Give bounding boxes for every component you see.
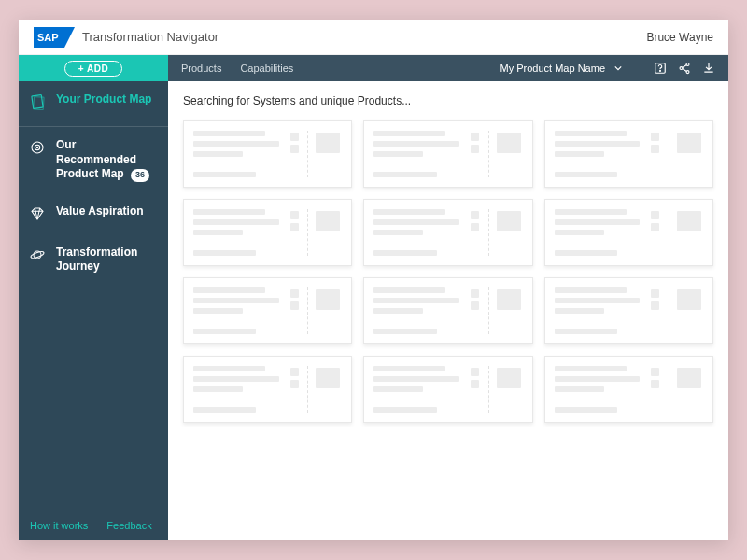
card-action-skeleton xyxy=(470,209,481,256)
sidebar-item-your-product-map[interactable]: Your Product Map xyxy=(19,81,168,127)
product-card[interactable] xyxy=(544,277,713,344)
add-button[interactable]: + ADD xyxy=(64,61,123,77)
card-action-skeleton xyxy=(470,131,481,177)
card-thumb-skeleton xyxy=(497,366,523,413)
share-icon[interactable] xyxy=(678,62,691,75)
download-icon[interactable] xyxy=(702,62,715,75)
product-card[interactable] xyxy=(544,356,713,423)
target-icon xyxy=(28,138,47,157)
card-text-skeleton xyxy=(193,366,283,413)
card-action-skeleton xyxy=(470,366,481,413)
card-thumb-skeleton xyxy=(497,287,523,334)
card-thumb-skeleton xyxy=(316,366,342,413)
card-thumb-skeleton xyxy=(316,209,342,256)
card-thumb-skeleton xyxy=(677,209,703,256)
map-name-select[interactable]: My Product Map Name xyxy=(500,63,622,74)
sidebar-item-label: Our Recommended Product Map 36 xyxy=(56,138,159,182)
help-icon[interactable] xyxy=(654,62,667,75)
card-text-skeleton xyxy=(374,131,463,177)
plus-icon: + xyxy=(78,63,84,74)
product-card[interactable] xyxy=(544,199,713,266)
svg-text:SAP: SAP xyxy=(37,32,59,43)
card-text-skeleton xyxy=(193,131,283,177)
card-thumb-skeleton xyxy=(497,209,523,256)
card-text-skeleton xyxy=(555,209,644,256)
card-action-skeleton xyxy=(289,287,300,334)
product-card[interactable] xyxy=(544,120,713,188)
product-card[interactable] xyxy=(363,277,532,344)
svg-point-10 xyxy=(660,70,661,71)
card-text-skeleton xyxy=(555,366,644,413)
sidebar: + ADD Your Product Map Our Recommende xyxy=(19,55,168,540)
sidebar-item-label: Transformation Journey xyxy=(56,245,159,274)
card-thumb-skeleton xyxy=(316,287,342,334)
card-grid xyxy=(183,120,713,423)
card-thumb-skeleton xyxy=(677,131,703,177)
product-card[interactable] xyxy=(363,356,532,423)
card-text-skeleton xyxy=(374,209,463,256)
feedback-link[interactable]: Feedback xyxy=(106,520,151,531)
diamond-icon xyxy=(28,204,47,223)
card-text-skeleton xyxy=(193,209,283,256)
card-action-skeleton xyxy=(650,131,661,177)
card-text-skeleton xyxy=(193,287,283,334)
sidebar-item-value-aspiration[interactable]: Value Aspiration xyxy=(19,193,168,234)
card-thumb-skeleton xyxy=(677,287,703,334)
card-action-skeleton xyxy=(289,209,300,256)
toolbar: Products Capabilities My Product Map Nam… xyxy=(168,55,728,81)
tab-capabilities[interactable]: Capabilities xyxy=(240,63,293,74)
app-window: SAP Transformation Navigator Bruce Wayne… xyxy=(19,20,728,540)
product-card[interactable] xyxy=(183,277,352,344)
card-text-skeleton xyxy=(374,287,463,334)
sidebar-item-transformation-journey[interactable]: Transformation Journey xyxy=(19,234,168,286)
card-action-skeleton xyxy=(289,366,300,413)
svg-point-6 xyxy=(36,147,37,147)
card-action-skeleton xyxy=(650,209,661,256)
app-title: Transformation Navigator xyxy=(82,30,218,44)
card-action-skeleton xyxy=(289,131,300,177)
svg-point-8 xyxy=(30,250,44,259)
product-card[interactable] xyxy=(363,199,532,266)
count-badge: 36 xyxy=(131,169,149,182)
product-card[interactable] xyxy=(183,199,352,266)
card-text-skeleton xyxy=(555,287,644,334)
sidebar-footer: How it works Feedback xyxy=(19,511,168,540)
card-text-skeleton xyxy=(555,131,644,177)
sidebar-item-recommended-map[interactable]: Our Recommended Product Map 36 xyxy=(19,127,168,193)
product-card[interactable] xyxy=(363,120,532,188)
card-action-skeleton xyxy=(650,366,661,413)
card-action-skeleton xyxy=(650,287,661,334)
nav: Your Product Map Our Recommended Product… xyxy=(19,81,168,511)
sidebar-item-label: Your Product Map xyxy=(56,92,159,107)
card-thumb-skeleton xyxy=(677,366,703,413)
main: Products Capabilities My Product Map Nam… xyxy=(168,55,728,540)
product-card[interactable] xyxy=(183,120,352,188)
sap-logo: SAP xyxy=(34,27,75,48)
planet-icon xyxy=(28,245,47,264)
map-icon xyxy=(28,92,47,111)
card-thumb-skeleton xyxy=(316,131,342,177)
toolbar-icons xyxy=(654,62,715,75)
card-thumb-skeleton xyxy=(497,131,523,177)
add-label: ADD xyxy=(87,63,108,74)
add-bar: + ADD xyxy=(19,55,168,81)
how-it-works-link[interactable]: How it works xyxy=(30,520,88,531)
body: + ADD Your Product Map Our Recommende xyxy=(19,55,728,540)
chevron-down-icon xyxy=(614,63,622,74)
header: SAP Transformation Navigator Bruce Wayne xyxy=(19,20,728,55)
content: Searching for Systems and unique Product… xyxy=(168,81,728,540)
username[interactable]: Bruce Wayne xyxy=(646,31,713,44)
map-name-label: My Product Map Name xyxy=(500,63,605,74)
product-card[interactable] xyxy=(183,356,352,423)
sidebar-item-label: Value Aspiration xyxy=(56,204,159,219)
brand: SAP Transformation Navigator xyxy=(34,27,218,48)
tab-products[interactable]: Products xyxy=(181,63,221,74)
card-action-skeleton xyxy=(470,287,481,334)
card-text-skeleton xyxy=(374,366,463,413)
status-text: Searching for Systems and unique Product… xyxy=(183,94,713,107)
